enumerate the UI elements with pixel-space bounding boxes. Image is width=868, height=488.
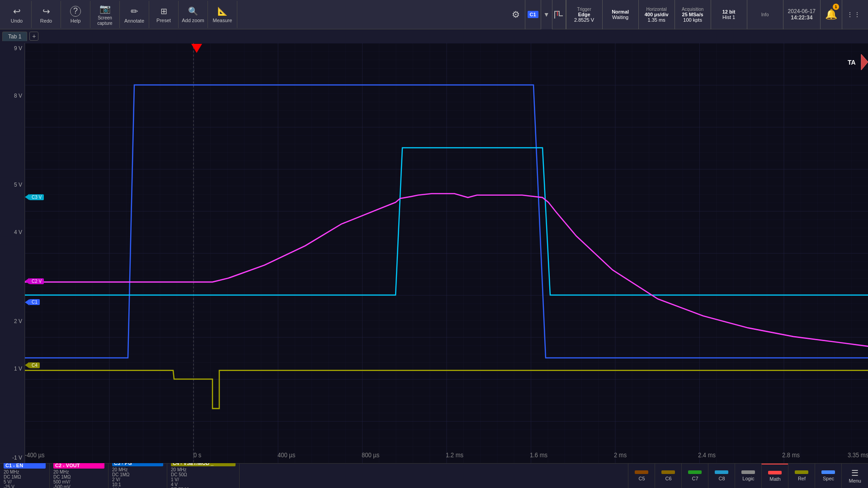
c2-channel-label[interactable]: C2 V bbox=[25, 278, 44, 284]
oscilloscope-area: Tab 1 + 9 V 8 V 5 V 4 V 2 V 1 V -1 V bbox=[0, 29, 868, 463]
c4-arrow-triangle bbox=[25, 362, 29, 368]
add-tab-button[interactable]: + bbox=[29, 32, 38, 41]
c3-info-coupling: DC 1MΩ bbox=[112, 472, 163, 477]
trigger-type: Edge bbox=[578, 12, 590, 17]
c7-color bbox=[688, 470, 702, 474]
measure-label: Measure bbox=[213, 18, 232, 23]
acquisition-rate: 25 MSa/s bbox=[682, 12, 703, 17]
c2-label-box: C2 V bbox=[29, 278, 44, 284]
logic-color bbox=[741, 470, 755, 474]
screen-capture-button[interactable]: 📷 Screen capture bbox=[90, 1, 120, 28]
logic-label: Logic bbox=[742, 476, 754, 481]
time-display: 14:22:34 bbox=[791, 14, 812, 21]
c1-trigger-badge: C1 bbox=[528, 11, 538, 18]
redo-icon: ↪ bbox=[42, 6, 50, 17]
undo-label: Undo bbox=[11, 18, 23, 23]
svg-text:TA: TA bbox=[848, 59, 856, 66]
c8-button[interactable]: C8 bbox=[708, 464, 735, 488]
redo-button[interactable]: ↪ Redo bbox=[32, 1, 61, 28]
acquisition-label: Acquisition bbox=[682, 7, 703, 12]
y-label-1v: 1 V bbox=[0, 366, 24, 372]
horizontal-label: Horizontal bbox=[646, 7, 667, 12]
c6-button[interactable]: C6 bbox=[655, 464, 681, 488]
y-axis: 9 V 8 V 5 V 4 V 2 V 1 V -1 V bbox=[0, 43, 25, 463]
annotate-button[interactable]: ✏ Annotate bbox=[120, 1, 149, 28]
acquisition-bits: 12 bit bbox=[722, 9, 736, 14]
c5-button[interactable]: C5 bbox=[628, 464, 655, 488]
svg-text:2 ms: 2 ms bbox=[614, 452, 627, 459]
c3-info-freq: 20 MHz bbox=[112, 467, 163, 472]
svg-rect-3 bbox=[25, 43, 868, 463]
c4-channel-label[interactable]: C4 bbox=[25, 362, 40, 368]
more-button[interactable]: ⋮⋮ bbox=[842, 0, 866, 29]
preset-label: Preset bbox=[156, 18, 171, 23]
ref-label: Ref bbox=[798, 476, 806, 481]
c1-info-scale: 5 V/ bbox=[4, 479, 46, 484]
svg-text:400 µs: 400 µs bbox=[278, 452, 296, 459]
trigger-arrow bbox=[191, 44, 202, 53]
spec-button[interactable]: Spec bbox=[815, 464, 841, 488]
tab-1[interactable]: Tab 1 bbox=[2, 32, 27, 41]
redo-label: Redo bbox=[40, 18, 52, 23]
measure-button[interactable]: 📐 Measure bbox=[208, 1, 237, 28]
c1-info[interactable]: C1 - EN 20 MHz DC 1MΩ 5 V/ -25 V bbox=[0, 464, 50, 488]
c1-info-coupling: DC 1MΩ bbox=[4, 474, 46, 479]
c1-info-freq: 20 MHz bbox=[4, 469, 46, 474]
chart-area[interactable]: -400 µs 0 s 400 µs 800 µs 1.2 ms 1.6 ms … bbox=[25, 43, 868, 463]
y-label-neg1v: -1 V bbox=[0, 455, 24, 461]
c4-info-coupling: DC 50Ω bbox=[171, 472, 236, 477]
ref-button[interactable]: Ref bbox=[788, 464, 815, 488]
tab-name: Tab 1 bbox=[8, 33, 21, 40]
trigger-voltage: 2.8525 V bbox=[574, 17, 594, 23]
add-zoom-button[interactable]: 🔍 Add zoom bbox=[179, 1, 208, 28]
svg-text:-400 µs: -400 µs bbox=[25, 452, 45, 459]
c7-button[interactable]: C7 bbox=[681, 464, 708, 488]
c2-info-offset: -500 mV bbox=[53, 484, 104, 488]
horizontal-position: 1.35 ms bbox=[648, 17, 665, 23]
preset-icon: ⊞ bbox=[160, 6, 167, 16]
bell-button[interactable]: 🔔 1 bbox=[820, 0, 842, 29]
c2-info-freq: 20 MHz bbox=[53, 469, 104, 474]
acquisition-mode: Hist 1 bbox=[722, 14, 735, 20]
c4-label-box: C4 bbox=[29, 362, 40, 368]
c4-info[interactable]: C4 - VSET/MOD _ 20 MHz DC 50Ω 1 V/ 4 V R… bbox=[167, 464, 240, 488]
preset-button[interactable]: ⊞ Preset bbox=[149, 1, 179, 28]
c1-info-name: C1 - EN bbox=[4, 462, 46, 469]
menu-button[interactable]: ☰ Menu bbox=[841, 464, 868, 488]
svg-text:1.2 ms: 1.2 ms bbox=[446, 452, 463, 459]
c3-info[interactable]: C3 - PG 20 MHz DC 1MΩ 2 V/ 10:1 4 V bbox=[108, 464, 167, 488]
c8-color bbox=[715, 470, 728, 474]
math-button[interactable]: Math bbox=[761, 464, 788, 488]
camera-icon: 📷 bbox=[99, 3, 111, 14]
spec-color bbox=[821, 470, 835, 474]
settings-button[interactable]: ⚙ bbox=[507, 0, 525, 29]
c3-info-extra: 10:1 bbox=[112, 482, 163, 487]
c7-label: C7 bbox=[692, 476, 698, 481]
date-display: 2024-06-17 bbox=[788, 8, 816, 14]
c3-label-box: C3 V bbox=[29, 194, 44, 200]
c6-label: C6 bbox=[665, 476, 671, 481]
logic-button[interactable]: Logic bbox=[735, 464, 761, 488]
c5-label: C5 bbox=[638, 476, 645, 481]
menu-label: Menu bbox=[849, 478, 861, 483]
trigger-dropdown[interactable]: ▼ bbox=[541, 0, 552, 29]
help-button[interactable]: ? Help bbox=[61, 1, 90, 28]
c4-info-scale: 1 V/ bbox=[171, 477, 236, 482]
c2-info[interactable]: C2 - VOUT 20 MHz DC 1MΩ 500 mV/ -500 mV bbox=[50, 464, 108, 488]
math-color bbox=[768, 471, 782, 474]
add-zoom-label: Add zoom bbox=[182, 18, 204, 23]
c2-info-name: C2 - VOUT bbox=[53, 462, 104, 469]
undo-button[interactable]: ↩ Undo bbox=[2, 1, 32, 28]
c3-channel-label[interactable]: C3 V bbox=[25, 194, 44, 200]
c1-channel-label[interactable]: C1 bbox=[25, 299, 40, 305]
y-label-9v: 9 V bbox=[0, 45, 24, 52]
ta-button[interactable]: TA bbox=[845, 52, 868, 74]
toolbar: ↩ Undo ↪ Redo ? Help 📷 Screen capture ✏ … bbox=[0, 0, 868, 29]
oscilloscope-chart: -400 µs 0 s 400 µs 800 µs 1.2 ms 1.6 ms … bbox=[25, 43, 868, 463]
svg-marker-15 bbox=[861, 54, 868, 70]
annotate-label: Annotate bbox=[124, 18, 144, 23]
trigger-mode-block: Normal Waiting bbox=[602, 0, 638, 29]
c5-color bbox=[635, 470, 648, 474]
trigger-block: Trigger Edge 2.8525 V bbox=[566, 0, 602, 29]
svg-text:800 µs: 800 µs bbox=[362, 452, 380, 459]
